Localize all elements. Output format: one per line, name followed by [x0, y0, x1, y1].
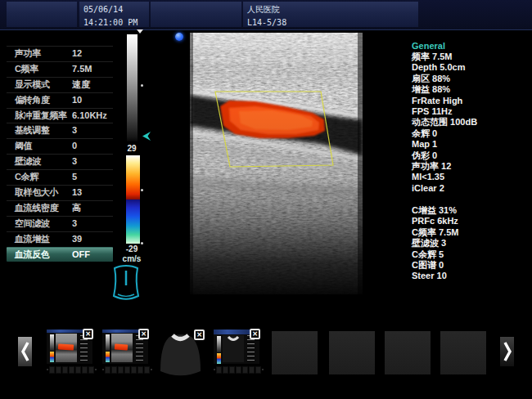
param-row-spatial-filter[interactable]: 空间滤波3 [7, 216, 113, 231]
body-mark-icon [106, 263, 146, 303]
param-row-acoustic-power[interactable]: 声功率12 [7, 46, 113, 61]
param-row-flow-gain[interactable]: 血流增益39 [7, 231, 113, 247]
velocity-max-label: 29 [120, 144, 143, 153]
color-setting-line: C余辉 5 [412, 249, 530, 260]
param-row-prf[interactable]: 脉冲重复频率6.10KHz [7, 108, 113, 123]
focus-arrow-icon [142, 131, 152, 141]
focus-caret-icon [137, 29, 143, 34]
setting-line: Map 1 [412, 139, 530, 150]
thumbnail-scroll-right-button[interactable] [500, 337, 514, 366]
close-thumbnail-icon[interactable]: ✕ [250, 329, 260, 339]
setting-line: 余辉 0 [412, 128, 530, 139]
topbar-block-empty [151, 2, 241, 27]
setting-line: FPS 11Hz [412, 106, 530, 117]
param-row-packet-size[interactable]: 取样包大小13 [7, 185, 113, 200]
setting-line: 扇区 88% [412, 74, 530, 84]
thumb-colorbar [217, 353, 221, 364]
chevron-left-icon [20, 341, 30, 362]
hospital-display: 人民医院 L14-5/38 [243, 2, 418, 27]
thumb-graybar [217, 336, 221, 352]
grayscale-bar [127, 34, 138, 141]
ultrasound-image [190, 33, 363, 294]
time-text: 14:21:00 PM [79, 15, 149, 28]
setting-line: MI<1.35 [412, 172, 530, 182]
setting-line: 动态范围 100dB [412, 117, 530, 128]
ultrasound-render [190, 33, 363, 294]
thumb-image [111, 334, 133, 362]
thumb-arc [223, 335, 244, 347]
color-setting-line: PRFc 6kHz [412, 216, 530, 226]
param-row-c-frequency[interactable]: C频率7.5M [7, 61, 113, 77]
close-thumbnail-icon[interactable]: ✕ [83, 329, 93, 339]
thumb-flow-region [58, 343, 74, 350]
thumbnail-slot-empty [440, 331, 486, 374]
color-setting-line: C频率 7.5M [412, 227, 530, 238]
hospital-name: 人民医院 [243, 2, 418, 15]
film-strip-row [102, 366, 148, 373]
thumbnail-cine-4[interactable]: ✕ [214, 330, 259, 364]
thumb-image [56, 334, 77, 362]
param-row-wall-filter[interactable]: 壁滤波3 [7, 154, 113, 169]
thumbnail-convex-3[interactable]: ✕ [157, 330, 204, 376]
ultrasound-screen: 05/06/14 14:21:00 PM 人民医院 L14-5/38 声功率12… [0, 0, 532, 399]
setting-line: iClear 2 [412, 183, 530, 194]
param-row-flow-invert-selected[interactable]: 血流反色OFF [7, 247, 113, 262]
param-row-c-persistence[interactable]: C余辉5 [7, 169, 113, 185]
thumbnail-slot-empty [385, 331, 431, 374]
chevron-right-icon [503, 341, 512, 362]
close-thumbnail-icon[interactable]: ✕ [138, 329, 149, 339]
setting-line: Depth 5.0cm [412, 62, 530, 73]
thumb-graybar [106, 334, 110, 351]
status-dot-icon [175, 33, 183, 41]
preset-title: General [412, 40, 530, 52]
info-panel: General 频率 7.5M Depth 5.0cm 扇区 88% 增益 88… [412, 40, 530, 282]
thumbnail-scroll-left-button[interactable] [18, 337, 32, 366]
thumb-flow-region [115, 343, 128, 350]
thumb-colorbar [106, 352, 110, 362]
thumb-image [223, 335, 244, 362]
color-setting-line: C增益 31% [412, 205, 530, 216]
velocity-unit-label: cm/s [117, 254, 147, 263]
film-strip-row [214, 366, 259, 373]
setting-line: 声功率 12 [412, 161, 530, 172]
setting-line: 伪彩 0 [412, 150, 530, 161]
setting-line: 频率 7.5M [412, 52, 530, 62]
param-row-steer-angle[interactable]: 偏转角度10 [7, 92, 113, 108]
param-row-threshold[interactable]: 阈值0 [7, 138, 113, 154]
topbar-block-patient [7, 2, 77, 27]
color-setting-line: Steer 10 [412, 271, 530, 281]
thumbnail-slot-empty [272, 331, 318, 374]
thumbnail-cine-2[interactable]: ✕ [102, 330, 148, 364]
setting-line: FrRate High [412, 96, 530, 106]
param-row-display-mode[interactable]: 显示模式速度 [7, 77, 113, 92]
param-row-line-density[interactable]: 血流线密度高 [7, 200, 113, 216]
film-strip-row [47, 366, 92, 373]
thumbnail-cine-1[interactable]: ✕ [47, 330, 92, 364]
color-setting-line: 壁滤波 3 [412, 238, 530, 249]
doppler-color-bar [126, 155, 140, 244]
datetime-display: 05/06/14 14:21:00 PM [79, 2, 149, 27]
thumbnail-slot-empty [329, 331, 375, 374]
probe-model: L14-5/38 [243, 15, 418, 28]
param-row-baseline[interactable]: 基线调整3 [7, 123, 113, 138]
parameter-panel: 声功率12 C频率7.5M 显示模式速度 偏转角度10 脉冲重复频率6.10KH… [7, 46, 113, 262]
graybar-tick [141, 84, 143, 87]
thumb-graybar [50, 334, 54, 351]
color-setting-line: C图谱 0 [412, 260, 530, 271]
thumb-colorbar [50, 352, 54, 362]
top-bar: 05/06/14 14:21:00 PM 人民医院 L14-5/38 [0, 0, 532, 30]
velocity-min-label: -29 [120, 244, 143, 253]
colorbar-tick [141, 189, 143, 191]
setting-line: 增益 88% [412, 84, 530, 95]
close-thumbnail-icon[interactable]: ✕ [194, 330, 205, 340]
date-text: 05/06/14 [79, 2, 149, 15]
